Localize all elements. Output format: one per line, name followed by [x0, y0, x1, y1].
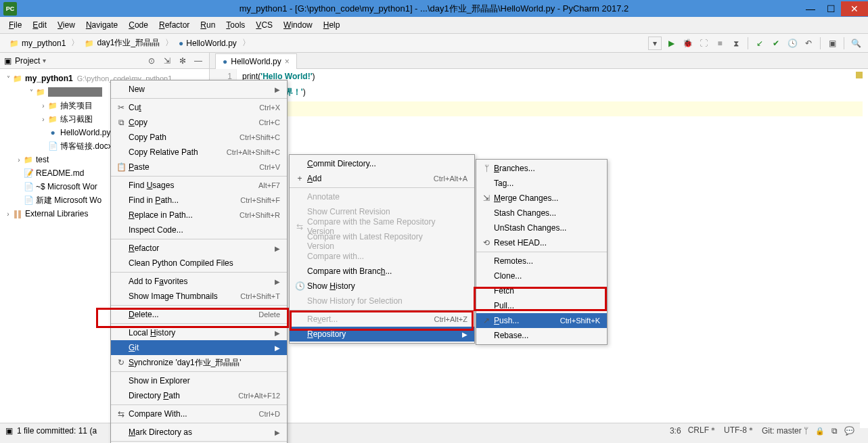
profiler-button[interactable]: ⧗ — [729, 37, 743, 50]
menu-item-push[interactable]: ↗Push...Ctrl+Shift+K — [476, 313, 607, 328]
menu-item-paste[interactable]: 📋PasteCtrl+V — [111, 160, 287, 174]
close-button[interactable]: ✕ — [841, 1, 868, 16]
menu-item-unstash-changes[interactable]: UnStash Changes... — [476, 220, 607, 235]
menu-item-inspect-code[interactable]: Inspect Code... — [111, 223, 287, 237]
menu-edit[interactable]: Edit — [27, 18, 52, 32]
code-line[interactable]: 111 — [242, 101, 863, 116]
run-button[interactable]: ▶ — [664, 37, 678, 50]
chevron-right-icon: 〉 — [241, 37, 252, 49]
python-file-icon: ● — [223, 57, 227, 66]
search-everywhere-button[interactable]: 🔍 — [849, 37, 863, 50]
menu-item-compare-with-branch[interactable]: Compare with Branch... — [290, 264, 474, 279]
menu-file[interactable]: File — [3, 18, 27, 32]
menu-item-add-to-favorites[interactable]: Add to Favorites▶ — [111, 274, 287, 289]
vcs-commit-button[interactable]: ✔ — [769, 37, 783, 50]
menu-item-copy-path[interactable]: Copy PathCtrl+Shift+C — [111, 130, 287, 145]
run-config-dropdown[interactable]: ▾ — [648, 37, 662, 50]
settings-gear-icon[interactable]: ✻ — [176, 54, 189, 68]
lock-icon[interactable] — [815, 426, 825, 436]
debug-button[interactable]: 🐞 — [681, 37, 694, 50]
menu-item-replace-in-path[interactable]: Replace in Path...Ctrl+Shift+R — [111, 208, 287, 223]
menu-item-reset-head[interactable]: ⟲Reset HEAD... — [476, 235, 607, 250]
menu-item-show-in-explorer[interactable]: Show in Explorer — [111, 373, 287, 388]
breadcrumb-item[interactable]: ●HelloWorld.py — [175, 37, 241, 49]
memory-indicator[interactable]: ⧉ — [831, 426, 838, 436]
structure-button[interactable]: ▣ — [825, 37, 839, 50]
stop-button[interactable]: ■ — [713, 37, 727, 50]
toolbar-buttons: ▾ ▶ 🐞 ⛶ ■ ⧗ ↙ ✔ 🕓 ↶ ▣ 🔍 — [648, 37, 863, 50]
menu-item-synchronize-day1[interactable]: ↻Synchronize 'day1作业_邢晶晶' — [111, 355, 287, 370]
file-encoding[interactable]: UTF-8＊ — [724, 425, 755, 436]
menu-item-merge-changes[interactable]: ⇲Merge Changes... — [476, 191, 607, 206]
menu-item-add[interactable]: +AddCtrl+Alt+A — [290, 171, 474, 186]
menu-item-fetch[interactable]: Fetch — [476, 283, 607, 298]
menu-item-branches[interactable]: ᛘBranches... — [476, 161, 607, 176]
collapse-all-icon[interactable]: ⇲ — [160, 54, 174, 68]
menu-item-pull[interactable]: Pull... — [476, 298, 607, 313]
maximize-button[interactable]: ☐ — [821, 1, 841, 16]
menu-item-rebase[interactable]: Rebase... — [476, 328, 607, 343]
menu-item-find-in-path[interactable]: Find in Path...Ctrl+Shift+F — [111, 193, 287, 208]
menu-item-mark-directory-as[interactable]: Mark Directory as▶ — [111, 425, 287, 440]
caret-position[interactable]: 3:6 — [670, 426, 681, 436]
menu-run[interactable]: Run — [195, 18, 221, 32]
editor-tab[interactable]: ● HelloWorld.py × — [215, 53, 297, 69]
menu-item-repository[interactable]: Repository▶ — [290, 327, 474, 342]
menu-item-clean-python-compiled-files[interactable]: Clean Python Compiled Files — [111, 256, 287, 271]
tree-root-label: my_python1 — [25, 74, 73, 83]
project-panel-header[interactable]: ▣ Project ▾ ⊙ ⇲ ✻ — — [0, 53, 209, 69]
menu-item-copy[interactable]: ⧉CopyCtrl+C — [111, 115, 287, 130]
status-icon[interactable]: ▣ — [5, 426, 13, 436]
inspection-marker[interactable] — [856, 72, 863, 78]
line-separator[interactable]: CRLF＊ — [688, 425, 717, 436]
menu-tools[interactable]: Tools — [221, 18, 250, 32]
menu-item-git[interactable]: Git▶ — [111, 340, 287, 355]
vcs-revert-button[interactable]: ↶ — [802, 37, 815, 50]
menu-item-compare-with[interactable]: ⇆Compare With...Ctrl+D — [111, 406, 287, 421]
context-menu-git: Commit Directory...+AddCtrl+Alt+AAnnotat… — [289, 154, 475, 344]
menu-vcs[interactable]: VCS — [250, 18, 278, 32]
scroll-from-source-icon[interactable]: ⊙ — [145, 54, 158, 68]
menu-item-show-image-thumbnails[interactable]: Show Image ThumbnailsCtrl+Shift+T — [111, 289, 287, 304]
code-line[interactable]: rint('你好 世界！') — [242, 87, 863, 101]
hide-panel-icon[interactable]: — — [191, 54, 205, 68]
menu-item-copy-relative-path[interactable]: Copy Relative PathCtrl+Alt+Shift+C — [111, 145, 287, 160]
coverage-button[interactable]: ⛶ — [697, 37, 710, 50]
menu-item-directory-path[interactable]: Directory PathCtrl+Alt+F12 — [111, 388, 287, 403]
project-panel-title: Project — [15, 56, 40, 66]
menu-window[interactable]: Window — [278, 18, 318, 32]
menu-item-clone[interactable]: Clone... — [476, 269, 607, 283]
vcs-update-button[interactable]: ↙ — [753, 37, 767, 50]
menu-item-delete[interactable]: Delete...Delete — [111, 307, 287, 322]
menu-item-tag[interactable]: Tag... — [476, 176, 607, 191]
folder-icon — [9, 39, 19, 48]
menu-item-show-history[interactable]: 🕓Show History — [290, 279, 474, 294]
dropdown-icon[interactable]: ▾ — [43, 57, 46, 64]
menu-item-cut[interactable]: ✂CutCtrl+X — [111, 100, 287, 115]
menu-help[interactable]: Help — [318, 18, 346, 32]
menu-navigate[interactable]: Navigate — [81, 18, 123, 32]
project-icon: ▣ — [4, 56, 12, 66]
menu-item-new[interactable]: New▶ — [111, 82, 287, 97]
menu-code[interactable]: Code — [123, 18, 154, 32]
menu-view[interactable]: View — [52, 18, 81, 32]
menu-item-compare-with-latest-repository-version: Compare with Latest Repository Version — [290, 234, 474, 249]
git-branch[interactable]: Git: master ᛘ — [762, 426, 808, 436]
vcs-history-button[interactable]: 🕓 — [785, 37, 799, 50]
notifications-icon[interactable]: 💬 — [844, 426, 854, 436]
menu-item-local-history[interactable]: Local History▶ — [111, 325, 287, 340]
close-tab-icon[interactable]: × — [285, 57, 290, 66]
menu-item-find-usages[interactable]: Find UsagesAlt+F7 — [111, 178, 287, 193]
breadcrumb-item[interactable]: day1作业_邢晶晶 — [81, 36, 164, 50]
context-menu-1: New▶✂CutCtrl+X⧉CopyCtrl+CCopy PathCtrl+S… — [110, 80, 288, 443]
code-line[interactable]: print('Hello World!') — [242, 72, 863, 87]
context-menu-repository: ᛘBranches...Tag...⇲Merge Changes...Stash… — [476, 159, 608, 345]
minimize-button[interactable]: — — [800, 1, 821, 16]
breadcrumb-item[interactable]: my_python1 — [5, 37, 70, 49]
menu-refactor[interactable]: Refactor — [154, 18, 195, 32]
menu-item-remotes[interactable]: Remotes... — [476, 254, 607, 269]
menu-item-revert: Revert...Ctrl+Alt+Z — [290, 312, 474, 327]
menu-item-commit-directory[interactable]: Commit Directory... — [290, 156, 474, 171]
menu-item-stash-changes[interactable]: Stash Changes... — [476, 206, 607, 220]
menu-item-refactor[interactable]: Refactor▶ — [111, 241, 287, 256]
